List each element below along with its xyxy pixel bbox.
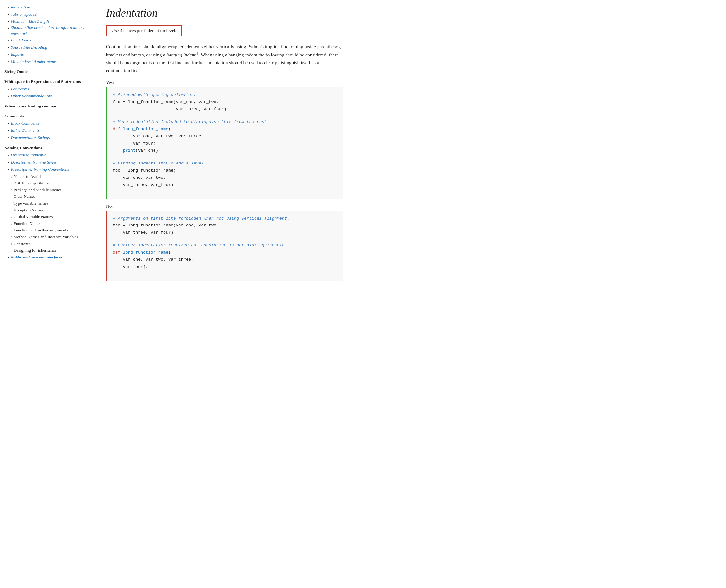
sidebar-item-line-break-binary[interactable]: • Should a line break before or after a …	[8, 25, 88, 37]
sidebar-item-type-variable-names[interactable]: ○ Type variable names	[11, 200, 88, 207]
no-code-section-2: # Further indentation required as indent…	[113, 242, 337, 271]
sidebar-item-names-to-avoid[interactable]: ○ Names to Avoid	[11, 173, 88, 180]
sidebar-item-constants[interactable]: ○ Constants	[11, 240, 88, 247]
sidebar-item-imports[interactable]: • Imports	[8, 51, 88, 58]
sidebar-item-designing-inheritance[interactable]: ○ Designing for inheritance	[11, 247, 88, 254]
sidebar-item-module-level-dunder[interactable]: • Module level dunder names	[8, 58, 88, 65]
no-code-section-1: # Arguments on first line forbidden when…	[113, 215, 337, 237]
rule-box: Use 4 spaces per indentation level.	[106, 25, 182, 37]
sidebar-item-block-comments[interactable]: • Block Comments	[8, 120, 88, 127]
sidebar-item-max-line-length[interactable]: • Maximum Line Length	[8, 18, 88, 25]
no-label: No:	[106, 204, 713, 209]
no-code-block: # Arguments on first line forbidden when…	[106, 211, 343, 281]
yes-code-section-3: # Hanging indents should add a level. fo…	[113, 160, 337, 189]
main-content: Indentation Use 4 spaces per indentation…	[94, 0, 726, 588]
sidebar: • Indentation • Tabs or Spaces? • Maximu…	[0, 0, 94, 588]
sidebar-item-tabs-or-spaces[interactable]: • Tabs or Spaces?	[8, 11, 88, 18]
sidebar-item-other-recommendations[interactable]: • Other Recommendations	[8, 92, 88, 100]
sidebar-section-whitespace[interactable]: Whitespace in Expressions and Statements	[4, 78, 88, 85]
sidebar-item-indentation[interactable]: • Indentation	[8, 4, 88, 11]
sidebar-item-function-method-args[interactable]: ○ Function and method arguments	[11, 227, 88, 234]
sidebar-item-function-names[interactable]: ○ Function Names	[11, 220, 88, 227]
sidebar-item-source-file-encoding[interactable]: • Source File Encoding	[8, 44, 88, 51]
yes-code-section-2: # More indentation included to distingui…	[113, 119, 337, 154]
sidebar-item-ascii-compat[interactable]: ○ ASCII Compatibility	[11, 180, 88, 187]
sidebar-item-method-names-instance[interactable]: ○ Method Names and Instance Variables	[11, 234, 88, 240]
sidebar-section-trailing-commas[interactable]: When to use trailing commas	[4, 103, 88, 110]
sidebar-item-descriptive-naming[interactable]: • Descriptive: Naming Styles	[8, 159, 88, 166]
yes-code-section-1: # Aligned with opening delimiter. foo = …	[113, 91, 337, 113]
sidebar-item-blank-lines[interactable]: • Blank Lines	[8, 37, 88, 44]
yes-code-block: # Aligned with opening delimiter. foo = …	[106, 87, 343, 198]
sidebar-section-naming-conventions[interactable]: Naming Conventions	[4, 145, 88, 151]
sidebar-item-package-module-names[interactable]: ○ Package and Module Names	[11, 187, 88, 193]
page-title: Indentation	[106, 6, 713, 19]
description: Continuation lines should align wrapped …	[106, 43, 343, 75]
sidebar-item-inline-comments[interactable]: • Inline Comments	[8, 127, 88, 134]
sidebar-item-documentation-strings[interactable]: • Documentation Strings	[8, 134, 88, 141]
sidebar-item-public-internal[interactable]: • Public and internal interfaces	[8, 254, 88, 261]
sidebar-item-exception-names[interactable]: ○ Exception Names	[11, 207, 88, 214]
sidebar-section-comments[interactable]: Comments	[4, 113, 88, 120]
sidebar-item-pet-peeves[interactable]: • Pet Peeves	[8, 86, 88, 93]
sidebar-item-class-names[interactable]: ○ Class Names	[11, 193, 88, 200]
sidebar-section-string-quotes[interactable]: String Quotes	[4, 68, 88, 75]
yes-label: Yes:	[106, 80, 713, 85]
sidebar-item-prescriptive-naming[interactable]: • Prescriptive: Naming Conventions	[8, 166, 88, 173]
sidebar-item-global-variable-names[interactable]: ○ Global Variable Names	[11, 213, 88, 220]
sidebar-item-overriding-principle[interactable]: • Overriding Principle	[8, 152, 88, 159]
